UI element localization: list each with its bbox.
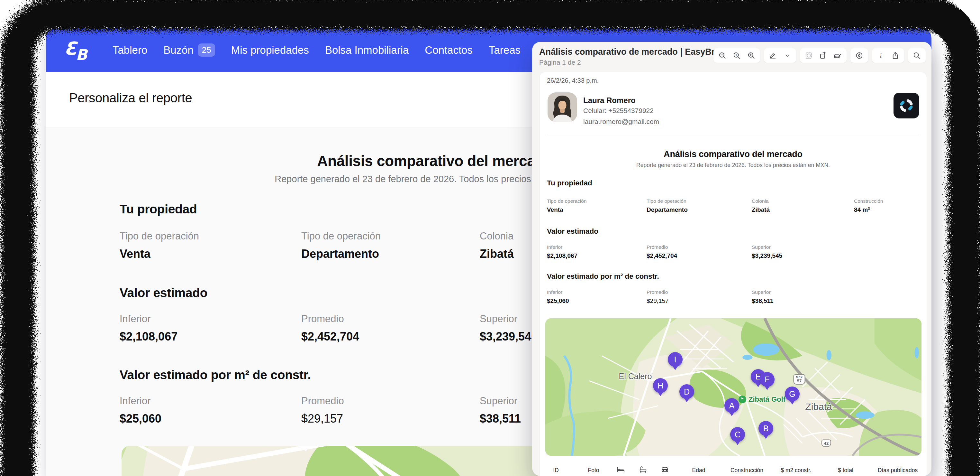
field-label: Tipo de operación (119, 230, 199, 242)
field-label: Tipo de operación (301, 230, 381, 242)
field-value: $2,452,704 (301, 330, 359, 343)
field-label: Promedio (647, 244, 677, 250)
field-label: Superior (480, 395, 521, 407)
search-icon[interactable] (913, 51, 921, 60)
bathtub-icon[interactable] (638, 465, 648, 474)
col-id[interactable]: ID (553, 467, 559, 474)
col-foto[interactable]: Foto (588, 467, 599, 474)
pdf-field-operation: Tipo de operación Venta (547, 198, 587, 213)
pdf-page-indicator: Página 1 de 2 (539, 59, 581, 66)
highway-shield-mex57: MEX 57 (793, 374, 805, 385)
pdf-field-superior: Superior $3,239,545 (752, 244, 782, 259)
listings-table-header: ID Foto Edad Construcción $ m2 constr. $… (539, 461, 927, 476)
shield-text: 57 (796, 379, 802, 383)
field-label: Superior (752, 289, 773, 295)
nav-item-contactos[interactable]: Contactos (425, 44, 473, 56)
map-pin-g[interactable]: G (785, 387, 800, 401)
stage: Ɛ B Tablero Buzón 25 Mis propiedades Bol… (0, 0, 980, 476)
bed-icon[interactable] (616, 465, 626, 474)
field-label: Construcción (854, 198, 883, 204)
col-dias-publicados[interactable]: Días publicados (878, 467, 918, 474)
pdf-field-colonia: Colonia Zibatá (752, 198, 770, 213)
col-edad[interactable]: Edad (692, 467, 705, 474)
pdf-report-subtitle: Reporte generado el 23 de febrero de 202… (539, 162, 927, 169)
pdf-toolbar: 1 (713, 48, 926, 63)
zoom-out-icon[interactable] (718, 51, 727, 60)
map-pin-h[interactable]: H (653, 378, 668, 393)
field-value: Venta (547, 206, 587, 213)
nav-item-tareas[interactable]: Tareas (489, 44, 520, 56)
zoom-in-icon[interactable] (747, 51, 756, 60)
pdf-section-estimated-m2: Valor estimado por m² de constr. (547, 272, 659, 281)
zoom-controls-group: 1 (713, 48, 760, 63)
share-icon[interactable] (891, 51, 900, 60)
field-label: Inferior (547, 244, 578, 250)
map-pin-c[interactable]: C (730, 427, 745, 442)
svg-text:B: B (76, 46, 88, 62)
contact-avatar (547, 93, 577, 122)
col-total[interactable]: $ total (838, 467, 853, 474)
map-pin-i[interactable]: I (668, 352, 682, 367)
signature-icon[interactable] (834, 51, 842, 60)
rotate-icon[interactable] (819, 51, 827, 60)
info-icon[interactable]: i (877, 51, 885, 60)
field-value: $2,452,704 (647, 252, 677, 259)
map-label-el-calero: El Calero (619, 372, 652, 381)
pdf-map[interactable]: El Calero Zibatá Golf Zibatá MEX 57 42 I… (545, 318, 921, 456)
field-label: Promedio (301, 395, 344, 407)
field-label: Inferior (119, 313, 178, 325)
smart-selection-icon[interactable] (805, 51, 813, 60)
chevron-down-icon[interactable] (783, 51, 792, 60)
map-pin-f[interactable]: F (760, 372, 775, 387)
field-value: $25,060 (119, 412, 161, 425)
pdf-field-promedio: Promedio $2,452,704 (647, 244, 677, 259)
field-m2-inferior: Inferior $25,060 (119, 395, 161, 425)
field-value: $2,108,067 (119, 330, 178, 343)
pdf-field-construccion: Construcción 84 m² (854, 198, 883, 213)
markup-group (764, 48, 796, 63)
col-construccion[interactable]: Construcción (730, 467, 763, 474)
map-label-zibata: Zibatá (805, 401, 832, 412)
nav-label: Buzón (163, 44, 194, 56)
pdf-field-type: Tipo de operación Departamento (647, 198, 688, 213)
section-heading-estimated-m2: Valor estimado por m² de constr. (119, 368, 311, 382)
field-label: Tipo de operación (647, 198, 688, 204)
col-m2-constr[interactable]: $ m2 constr. (781, 467, 811, 474)
pdf-report-title: Análisis comparativo del mercado (539, 149, 927, 159)
map-pin-b[interactable]: B (759, 421, 773, 436)
section-heading-property: Tu propiedad (119, 202, 197, 216)
field-label: Inferior (547, 289, 569, 295)
pdf-field-m2-superior: Superior $38,511 (752, 289, 773, 305)
edit-tools-group (800, 48, 846, 63)
contact-email: laura.romero@gmail.com (583, 118, 659, 126)
field-label: Inferior (119, 395, 161, 407)
pdf-field-m2-promedio: Promedio $29,157 (647, 289, 669, 305)
pdf-window-title: Análisis comparativo de mercado | EasyBr… (539, 47, 733, 57)
markup-pencil-icon[interactable] (768, 51, 777, 60)
contact-phone: Celular: +52554379922 (583, 107, 654, 115)
svg-text:i: i (880, 52, 881, 59)
map-pin-d[interactable]: D (679, 384, 694, 399)
car-icon[interactable] (660, 465, 670, 474)
nav-item-tablero[interactable]: Tablero (113, 44, 147, 56)
agency-logo (894, 93, 919, 118)
draw-icon[interactable] (855, 51, 864, 60)
nav-label: Tablero (113, 44, 147, 56)
svg-text:1: 1 (735, 53, 737, 57)
field-label: Colonia (752, 198, 770, 204)
page-title: Personaliza el reporte (69, 91, 192, 105)
map-pin-a[interactable]: A (724, 398, 739, 413)
highway-shield-42: 42 (821, 439, 831, 447)
field-m2-superior: Superior $38,511 (480, 395, 521, 425)
nav-item-buzon[interactable]: Buzón 25 (163, 43, 215, 57)
field-promedio: Promedio $2,452,704 (301, 313, 359, 343)
search-group (908, 48, 926, 63)
contact-name: Laura Romero (583, 96, 636, 105)
map-label-zibata-golf: Zibatá Golf (738, 395, 786, 404)
field-value: Zibatá (752, 206, 770, 213)
actual-size-icon[interactable]: 1 (732, 51, 741, 60)
nav-item-mis-propiedades[interactable]: Mis propiedades (231, 44, 309, 56)
easybroker-logo-icon[interactable]: Ɛ B (64, 38, 95, 62)
nav-label: Contactos (425, 44, 473, 56)
nav-item-bolsa-inmobiliaria[interactable]: Bolsa Inmobiliaria (325, 44, 409, 56)
